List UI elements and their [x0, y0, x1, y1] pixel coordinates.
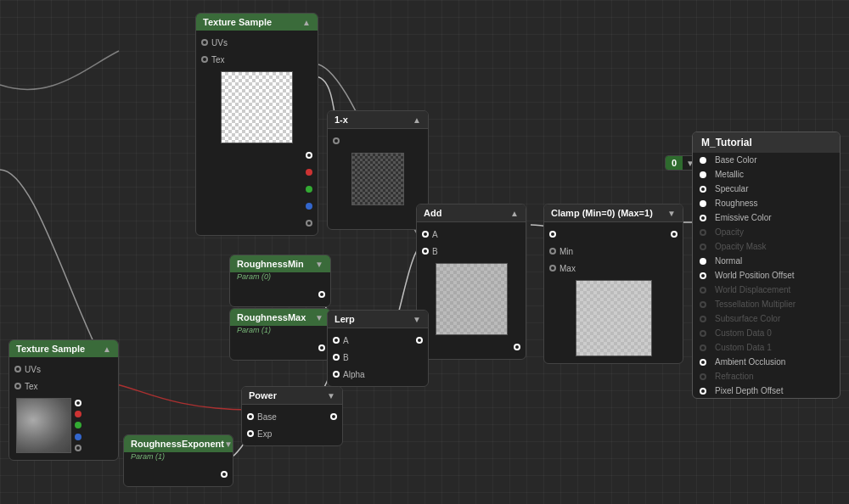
pin-row-rgba — [196, 147, 318, 164]
rmin-out-pin[interactable] — [318, 291, 325, 298]
custom1-pin[interactable] — [700, 344, 706, 351]
power-title: Power — [249, 390, 277, 400]
custom0-pin[interactable] — [700, 330, 706, 337]
texture-sample-bottom-header[interactable]: Texture Sample ▲ — [9, 340, 118, 357]
clamp-a-pin[interactable] — [549, 231, 556, 238]
opacity-label: Opacity — [715, 227, 744, 237]
power-body: Base Exp — [242, 405, 342, 445]
lerp-a-pin[interactable] — [333, 337, 340, 344]
one-minus-node: 1-x ▲ — [327, 110, 429, 230]
btex-preview — [16, 398, 71, 453]
emissive-pin[interactable] — [700, 215, 706, 221]
lerp-alpha-row: Alpha — [328, 366, 428, 383]
opacity-mask-pin[interactable] — [700, 244, 706, 250]
refraction-pin[interactable] — [700, 373, 706, 380]
wd-pin[interactable] — [700, 287, 706, 294]
lerp-alpha-pin[interactable] — [333, 371, 340, 378]
btex-b-out[interactable] — [75, 434, 82, 440]
power-out-pin[interactable] — [330, 413, 337, 420]
base-color-label: Base Color — [715, 155, 756, 165]
chevron-down-icon-power: ▼ — [327, 391, 335, 400]
rgba-pin-right[interactable] — [306, 152, 312, 159]
texture-preview-top — [221, 71, 293, 143]
power-base-row: Base — [242, 408, 342, 425]
pin-row-a — [196, 215, 318, 232]
lerp-title: Lerp — [335, 314, 355, 324]
texture-sample-bottom-node: Texture Sample ▲ UVs Tex — [8, 339, 119, 461]
chevron-up-icon-2: ▲ — [413, 115, 421, 125]
add-a-pin[interactable] — [422, 231, 429, 238]
one-minus-header[interactable]: 1-x ▲ — [328, 111, 428, 129]
roughness-max-title: RoughnessMax — [237, 312, 306, 322]
material-node-header[interactable]: M_Tutorial — [693, 132, 840, 153]
roughness-max-param: Param (1) — [230, 326, 330, 336]
chevron-down-icon-rmin: ▼ — [315, 260, 323, 269]
roughness-max-header[interactable]: RoughnessMax ▼ — [230, 309, 330, 326]
metallic-pin[interactable] — [700, 171, 706, 178]
material-row-subsurface: Subsurface Color — [693, 311, 840, 326]
btex-pins-col — [75, 398, 82, 453]
refraction-label: Refraction — [715, 372, 754, 381]
power-base-pin[interactable] — [247, 413, 254, 420]
oneminus-in-pin[interactable] — [333, 137, 340, 144]
roughness-pin[interactable] — [700, 200, 706, 207]
lerp-b-pin[interactable] — [333, 354, 340, 361]
value-box-label[interactable]: 0 — [666, 156, 683, 170]
add-b-pin[interactable] — [422, 248, 429, 255]
tess-pin[interactable] — [700, 301, 706, 308]
add-header[interactable]: Add ▲ — [417, 204, 526, 222]
oneminus-out-pin-row — [328, 209, 428, 226]
btex-a-out[interactable] — [75, 445, 82, 451]
rexp-out-pin[interactable] — [221, 471, 228, 478]
r-pin-right[interactable] — [306, 169, 312, 176]
add-out-pin-row — [417, 339, 526, 356]
btex-uvs-pin[interactable] — [14, 366, 21, 372]
rmax-out-pin[interactable] — [318, 344, 325, 351]
roughness-exp-header[interactable]: RoughnessExponent ▼ — [124, 435, 233, 452]
clamp-max-pin[interactable] — [549, 265, 556, 272]
chevron-down-icon-clamp: ▼ — [667, 209, 676, 218]
clamp-min-pin[interactable] — [549, 248, 556, 255]
btex-rgba-out[interactable] — [75, 400, 82, 406]
base-color-pin[interactable] — [700, 157, 706, 164]
chevron-up-icon: ▲ — [302, 18, 311, 27]
wpo-pin[interactable] — [700, 272, 706, 279]
texture-sample-top-title: Texture Sample — [203, 17, 272, 27]
emissive-label: Emissive Color — [715, 213, 772, 222]
material-row-metallic: Metallic — [693, 167, 840, 182]
material-row-roughness: Roughness — [693, 196, 840, 210]
clamp-out-pin[interactable] — [671, 231, 678, 238]
roughness-min-title: RoughnessMin — [237, 259, 304, 269]
texture-sample-top-header[interactable]: Texture Sample ▲ — [196, 14, 318, 31]
clamp-node: Clamp (Min=0) (Max=1) ▼ Min Max — [543, 204, 683, 364]
a-pin-right[interactable] — [306, 220, 312, 227]
opacity-pin[interactable] — [700, 229, 706, 236]
add-b-label: B — [432, 247, 438, 256]
specular-pin[interactable] — [700, 186, 706, 193]
g-pin-right[interactable] — [306, 186, 312, 193]
tex-pin-left[interactable] — [201, 56, 208, 63]
one-minus-title: 1-x — [335, 115, 348, 125]
uvs-pin-left[interactable] — [201, 39, 208, 46]
ao-pin[interactable] — [700, 359, 706, 366]
clamp-preview — [576, 280, 652, 356]
btex-r-out[interactable] — [75, 411, 82, 417]
subsurface-pin[interactable] — [700, 316, 706, 322]
lerp-header[interactable]: Lerp ▼ — [328, 311, 428, 328]
btex-g-out[interactable] — [75, 422, 82, 428]
pin-row-r — [196, 164, 318, 181]
normal-pin[interactable] — [700, 258, 706, 265]
b-pin-right[interactable] — [306, 203, 312, 210]
power-exp-pin[interactable] — [247, 430, 254, 437]
lerp-out-pin[interactable] — [416, 337, 423, 344]
btex-tex-pin[interactable] — [14, 383, 21, 389]
power-header[interactable]: Power ▼ — [242, 387, 342, 405]
material-row-emissive: Emissive Color — [693, 210, 840, 225]
tess-label: Tessellation Multiplier — [715, 300, 796, 309]
pdo-pin[interactable] — [700, 388, 706, 395]
rmax-out-row — [230, 339, 330, 356]
roughness-min-header[interactable]: RoughnessMin ▼ — [230, 255, 330, 272]
texture-sample-bottom-title: Texture Sample — [16, 344, 85, 354]
clamp-header[interactable]: Clamp (Min=0) (Max=1) ▼ — [544, 204, 683, 222]
add-out-pin[interactable] — [514, 344, 520, 350]
